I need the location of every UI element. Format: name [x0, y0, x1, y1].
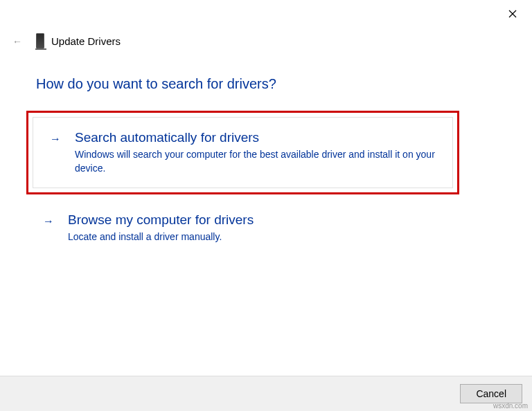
- arrow-right-icon: →: [50, 133, 61, 145]
- option-description: Locate and install a driver manually.: [68, 230, 445, 244]
- watermark-text: wsxdn.com: [493, 402, 528, 410]
- option-description: Windows will search your computer for th…: [75, 148, 438, 175]
- device-icon: [36, 33, 44, 48]
- browse-computer-option[interactable]: → Browse my computer for drivers Locate …: [26, 206, 459, 257]
- driver-options: → Search automatically for drivers Windo…: [26, 111, 459, 257]
- dialog-footer: Cancel: [0, 376, 532, 411]
- main-heading: How do you want to search for drivers?: [36, 76, 276, 92]
- back-arrow-icon[interactable]: ←: [12, 36, 22, 47]
- dialog-header: Update Drivers: [36, 33, 121, 48]
- close-button[interactable]: [506, 7, 520, 21]
- search-automatically-option[interactable]: → Search automatically for drivers Windo…: [33, 117, 453, 188]
- close-icon: [508, 10, 517, 18]
- cancel-button[interactable]: Cancel: [460, 384, 522, 403]
- highlighted-option: → Search automatically for drivers Windo…: [26, 111, 459, 194]
- arrow-right-icon: →: [43, 215, 54, 228]
- option-title: Search automatically for drivers: [75, 130, 438, 145]
- update-drivers-dialog: ← Update Drivers How do you want to sear…: [0, 0, 532, 411]
- dialog-title: Update Drivers: [51, 35, 121, 47]
- option-title: Browse my computer for drivers: [68, 212, 445, 228]
